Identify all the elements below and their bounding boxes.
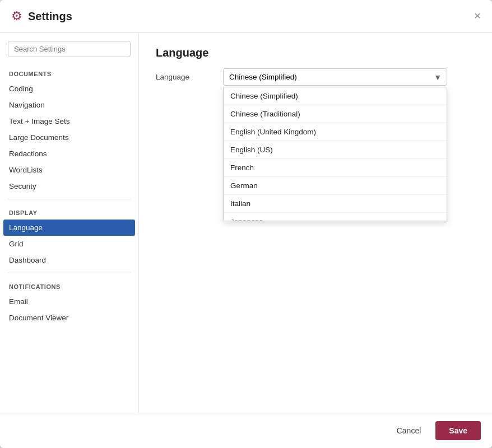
- sidebar-item-dashboard[interactable]: Dashboard: [0, 252, 138, 268]
- sidebar-item-security[interactable]: Security: [0, 178, 138, 194]
- sidebar-divider: [8, 199, 131, 199]
- sidebar-item-large-documents[interactable]: Large Documents: [0, 129, 138, 146]
- dropdown-option-fr[interactable]: French: [224, 159, 447, 177]
- dropdown-option-zh-TW[interactable]: Chinese (Traditional): [224, 105, 447, 123]
- dialog-footer: Cancel Save: [0, 413, 492, 448]
- dropdown-option-de[interactable]: German: [224, 177, 447, 195]
- language-dropdown-list: Chinese (Simplified)Chinese (Traditional…: [223, 87, 447, 221]
- section-label-display: DISPLAY: [0, 204, 138, 220]
- search-container: [0, 41, 138, 65]
- dropdown-option-en-US[interactable]: English (US): [224, 141, 447, 159]
- language-dropdown-wrapper: Chinese (Simplified)Chinese (Traditional…: [223, 68, 447, 86]
- dialog-title: Settings: [28, 10, 72, 23]
- dialog-header: ⚙ Settings ×: [0, 0, 492, 33]
- dropdown-option-it[interactable]: Italian: [224, 195, 447, 213]
- language-field-label: Language: [156, 68, 223, 81]
- settings-gear-icon: ⚙: [11, 9, 22, 24]
- dialog-body: DOCUMENTSCodingNavigationText + Image Se…: [0, 33, 492, 413]
- sidebar-item-document-viewer[interactable]: Document Viewer: [0, 310, 138, 326]
- dropdown-option-zh-CN[interactable]: Chinese (Simplified): [224, 87, 447, 105]
- sidebar-item-coding[interactable]: Coding: [0, 81, 138, 97]
- dropdown-option-en-GB[interactable]: English (United Kingdom): [224, 123, 447, 141]
- sidebar-item-email[interactable]: Email: [0, 293, 138, 310]
- main-content: Language Language Chinese (Simplified)Ch…: [139, 33, 492, 413]
- settings-dialog: ⚙ Settings × DOCUMENTSCodingNavigationTe…: [0, 0, 492, 448]
- sidebar-divider: [8, 273, 131, 273]
- sidebar-item-text-image-sets[interactable]: Text + Image Sets: [0, 113, 138, 129]
- sidebar: DOCUMENTSCodingNavigationText + Image Se…: [0, 33, 139, 413]
- sidebar-sections: DOCUMENTSCodingNavigationText + Image Se…: [0, 65, 138, 326]
- sidebar-item-navigation[interactable]: Navigation: [0, 97, 138, 113]
- section-title: Language: [156, 46, 475, 59]
- language-dropdown-trigger[interactable]: Chinese (Simplified)Chinese (Traditional…: [223, 68, 447, 86]
- sidebar-item-grid[interactable]: Grid: [0, 236, 138, 252]
- dropdown-option-ja[interactable]: Japanese: [224, 213, 447, 221]
- section-label-documents: DOCUMENTS: [0, 65, 138, 81]
- language-field-row: Language Chinese (Simplified)Chinese (Tr…: [156, 68, 475, 86]
- save-button[interactable]: Save: [435, 421, 481, 440]
- search-input[interactable]: [8, 41, 131, 57]
- sidebar-item-redactions[interactable]: Redactions: [0, 146, 138, 162]
- close-button[interactable]: ×: [472, 8, 483, 24]
- sidebar-item-language[interactable]: Language: [3, 220, 135, 236]
- cancel-button[interactable]: Cancel: [388, 422, 430, 440]
- section-label-notifications: NOTIFICATIONS: [0, 278, 138, 293]
- sidebar-item-wordlists[interactable]: WordLists: [0, 162, 138, 178]
